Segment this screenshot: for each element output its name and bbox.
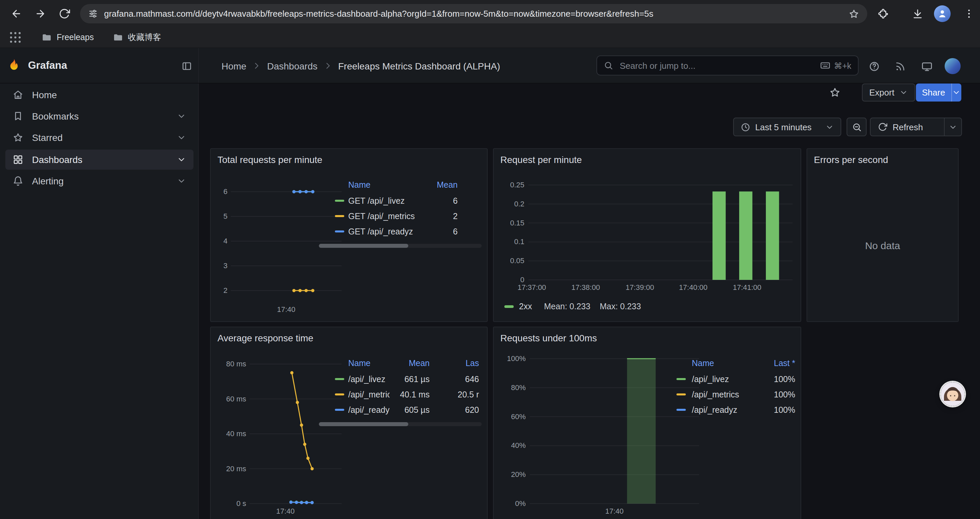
sidebar-item-home[interactable]: Home [5, 85, 194, 105]
forward-button[interactable] [31, 4, 49, 23]
collapse-sidebar-button[interactable] [177, 57, 196, 75]
sidebar-header: Grafana [0, 48, 199, 83]
svg-text:2: 2 [223, 286, 228, 295]
bookmarks-bar: Freeleaps 收藏博客 [0, 27, 980, 48]
star-icon [13, 132, 23, 143]
bookmark-star-icon[interactable] [849, 8, 859, 19]
address-bar[interactable]: grafana.mathmast.com/d/deytv4rwavabkb/fr… [80, 4, 867, 23]
svg-text:0 s: 0 s [237, 499, 246, 508]
legend-cell: 2 [418, 211, 458, 221]
sidebar-item-starred[interactable]: Starred [5, 128, 194, 148]
url-text[interactable]: grafana.mathmast.com/d/deytv4rwavabkb/fr… [104, 9, 843, 19]
screenshot-viewport: grafana.mathmast.com/d/deytv4rwavabkb/fr… [0, 0, 980, 519]
legend-cell: 100% [755, 374, 795, 384]
panel-title[interactable]: Average response time [218, 333, 313, 343]
export-button[interactable]: Export [862, 83, 915, 102]
site-info-icon[interactable] [88, 9, 98, 19]
news-button[interactable] [891, 57, 908, 75]
legend-col-header[interactable]: Mean [418, 180, 458, 190]
search-input[interactable] [619, 60, 815, 71]
legend-row: GET /api/_metrics2 [319, 208, 482, 224]
series-color-dash [335, 393, 344, 396]
clock-icon [740, 122, 751, 132]
grafana-logo [7, 58, 21, 73]
legend-header: NameMeanLas [319, 355, 482, 371]
legend-col-header[interactable]: Name [348, 359, 390, 368]
legend-col-header[interactable]: Name [692, 359, 755, 368]
panel-title[interactable]: Request per minute [500, 154, 582, 165]
panel-title[interactable]: Requests under 100ms [500, 333, 597, 343]
svg-text:17:40: 17:40 [276, 507, 294, 515]
profile-icon [937, 9, 947, 19]
apps-grid-icon[interactable] [8, 30, 23, 45]
time-range-picker[interactable]: Last 5 minutes [733, 118, 841, 136]
series-color-dash [335, 200, 344, 202]
downloads-button[interactable] [908, 4, 927, 23]
floating-assistant-avatar[interactable] [941, 382, 965, 406]
chevron-down-icon [949, 123, 957, 131]
chevron-down-icon[interactable] [177, 176, 186, 186]
legend-cell: 661 µs [390, 374, 430, 384]
help-button[interactable] [865, 57, 883, 75]
panel-average-response-time[interactable]: Average response time 80 ms60 ms40 ms20 … [210, 327, 488, 519]
zoom-out-button[interactable] [846, 118, 867, 136]
svg-text:0.1: 0.1 [514, 238, 524, 246]
sidebar-item-dashboards[interactable]: Dashboards [5, 150, 194, 170]
browser-menu-button[interactable] [959, 4, 978, 23]
panel-errors-per-second[interactable]: Errors per second No data [807, 148, 959, 322]
svg-text:20%: 20% [511, 470, 526, 479]
sidebar-item-alerting[interactable]: Alerting [5, 171, 194, 191]
back-button[interactable] [7, 4, 25, 23]
panel-requests-per-minute[interactable]: Request per minute 0.250.20.150.10.05017… [493, 148, 801, 322]
reload-button[interactable] [55, 4, 73, 23]
chevron-down-icon[interactable] [177, 155, 186, 164]
refresh-icon [878, 122, 887, 132]
legend-col-header[interactable]: Mean [390, 359, 430, 368]
svg-text:17:41:00: 17:41:00 [733, 283, 762, 292]
legend-row: /api/_livez661 µs646 [319, 371, 482, 387]
browser-window: grafana.mathmast.com/d/deytv4rwavabkb/fr… [0, 0, 980, 519]
grafana-user-avatar[interactable] [945, 58, 961, 74]
bookmark-folder-freeleaps[interactable]: Freeleaps [35, 32, 100, 43]
bookmark-folder-blogs[interactable]: 收藏博客 [106, 32, 168, 43]
legend-col-header[interactable]: Name [348, 180, 418, 190]
chevron-right-icon [253, 61, 261, 70]
browser-profile-avatar[interactable] [934, 5, 951, 22]
panel-requests-under-100ms[interactable]: Requests under 100ms 100%80%60%40%20%0%1… [493, 327, 801, 519]
panel-total-requests[interactable]: Total requests per minute 6543217:40 Nam… [210, 148, 488, 322]
requests-per-minute-chart[interactable]: 0.250.20.150.10.05017:37:0017:38:0017:39… [499, 178, 797, 299]
svg-text:40%: 40% [511, 441, 526, 450]
assistant-avatar-image [941, 382, 965, 406]
refresh-interval-button[interactable] [945, 118, 961, 136]
legend-scrollbar[interactable] [319, 422, 482, 426]
monitor-icon [921, 61, 932, 72]
svg-text:17:40: 17:40 [277, 305, 295, 314]
legend-col-header[interactable]: Last * [755, 359, 795, 368]
favorite-dashboard-button[interactable] [827, 85, 842, 99]
share-menu-button[interactable] [951, 83, 961, 102]
chevron-down-icon[interactable] [177, 133, 186, 142]
kiosk-mode-button[interactable] [918, 57, 935, 75]
breadcrumb-home[interactable]: Home [221, 61, 247, 71]
legend-series-name[interactable]: 2xx [519, 302, 532, 311]
grafana-brand[interactable]: Grafana [7, 58, 67, 73]
breadcrumb-dashboards[interactable]: Dashboards [267, 61, 318, 71]
share-button[interactable]: Share [916, 83, 961, 102]
folder-icon [41, 32, 52, 43]
panel-title[interactable]: Total requests per minute [218, 154, 322, 165]
svg-text:4: 4 [223, 237, 228, 245]
extensions-button[interactable] [874, 4, 892, 23]
chevron-down-icon[interactable] [177, 112, 186, 121]
legend-scrollbar[interactable] [319, 244, 482, 248]
bookmarks-icon [13, 111, 23, 121]
svg-text:80%: 80% [511, 383, 526, 392]
search-icon [604, 61, 613, 70]
svg-text:0.25: 0.25 [510, 181, 524, 189]
legend-stats: 2xxMean: 0.233Max: 0.233 [504, 300, 651, 313]
panel-title[interactable]: Errors per second [814, 154, 888, 165]
legend-col-header[interactable]: Las [430, 359, 479, 368]
sidebar-item-bookmarks[interactable]: Bookmarks [5, 106, 194, 126]
legend-cell: 605 µs [390, 405, 430, 414]
refresh-button[interactable]: Refresh [870, 118, 944, 136]
dashboard-search[interactable]: ⌘+k [597, 56, 859, 75]
